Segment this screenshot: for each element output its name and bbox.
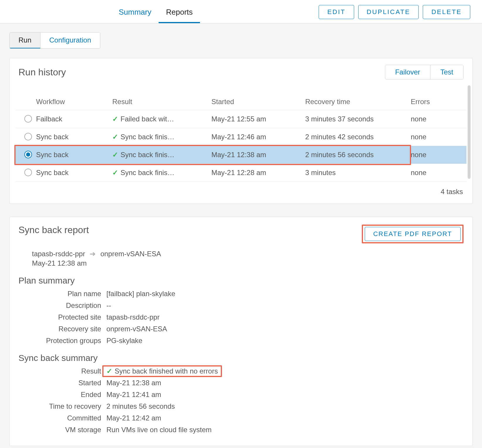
create-pdf-report-button[interactable]: CREATE PDF REPORT [365, 227, 461, 241]
col-started: Started [208, 94, 302, 110]
vm-storage-value: Run VMs live on cloud file system [106, 426, 464, 434]
scrollbar[interactable] [468, 85, 471, 179]
edit-button[interactable]: EDIT [319, 5, 354, 19]
result-value: Sync back finished with no errors [115, 367, 218, 375]
tasks-footer: 4 tasks [10, 182, 472, 203]
errors-cell: none [408, 110, 466, 128]
run-history-panel: Run history Failover Test Workflow Resul… [9, 58, 473, 204]
top-actions: EDIT DUPLICATE DELETE [319, 5, 470, 23]
result-cell: Sync back finis… [120, 169, 174, 177]
started-cell: May-21 12:38 am [208, 146, 302, 164]
subtab-run[interactable]: Run [10, 33, 40, 49]
protection-groups-label: Protection groups [18, 337, 106, 345]
recovery-cell: 3 minutes 37 seconds [302, 110, 408, 128]
plan-summary-title: Plan summary [18, 276, 464, 286]
errors-cell: none [408, 164, 466, 182]
report-timestamp: May-21 12:38 am [32, 259, 464, 267]
duplicate-button[interactable]: DUPLICATE [358, 5, 419, 19]
ttr-label: Time to recovery [18, 402, 106, 410]
run-history-table: Workflow Result Started Recovery time Er… [16, 94, 466, 182]
col-workflow: Workflow [16, 94, 109, 110]
report-source: tapasb-rsddc-ppr [32, 250, 85, 258]
report-title: Sync back report [18, 225, 89, 235]
recovery-site-value: onprem-vSAN-ESA [106, 325, 464, 333]
col-errors: Errors [408, 94, 466, 110]
radio-icon[interactable] [24, 133, 32, 140]
check-icon: ✓ [112, 151, 118, 159]
col-result: Result [109, 94, 208, 110]
table-row[interactable]: Sync back✓Sync back finis…May-21 12:38 a… [16, 146, 466, 164]
check-icon: ✓ [112, 115, 118, 123]
vm-storage-label: VM storage [18, 426, 106, 434]
check-icon: ✓ [112, 133, 118, 141]
report-panel: Sync back report CREATE PDF REPORT tapas… [9, 217, 473, 446]
run-history-title: Run history [18, 67, 66, 78]
plan-name-label: Plan name [18, 290, 106, 298]
ttr-value: 2 minutes 56 seconds [106, 402, 464, 410]
recovery-site-label: Recovery site [18, 325, 106, 333]
protection-groups-value: PG-skylake [106, 337, 464, 345]
result-cell: Failed back wit… [120, 115, 174, 123]
ended-label: Ended [18, 391, 106, 399]
started-value: May-21 12:38 am [106, 379, 464, 387]
segment-test[interactable]: Test [430, 65, 463, 79]
table-row[interactable]: Failback✓Failed back wit…May-21 12:55 am… [16, 110, 466, 128]
subtab-configuration[interactable]: Configuration [40, 33, 100, 48]
segment-failover[interactable]: Failover [385, 65, 430, 79]
check-icon: ✓ [106, 367, 112, 375]
delete-button[interactable]: DELETE [423, 5, 470, 19]
protected-site-value: tapasb-rsddc-ppr [106, 313, 464, 321]
table-row[interactable]: Sync back✓Sync back finis…May-21 12:46 a… [16, 128, 466, 146]
errors-cell: none [408, 128, 466, 146]
arrow-right-icon: ➔ [90, 250, 96, 258]
radio-icon[interactable] [24, 169, 32, 176]
protected-site-label: Protected site [18, 313, 106, 321]
result-cell: Sync back finis… [120, 151, 174, 159]
result-label: Result [18, 367, 106, 375]
ended-value: May-21 12:41 am [106, 391, 464, 399]
started-cell: May-21 12:28 am [208, 164, 302, 182]
description-value: -- [106, 301, 464, 310]
committed-label: Committed [18, 414, 106, 422]
plan-name-value: [failback] plan-skylake [106, 290, 464, 298]
workflow-cell: Sync back [36, 133, 69, 141]
description-label: Description [18, 301, 106, 310]
report-dest: onprem-vSAN-ESA [100, 250, 161, 258]
radio-icon[interactable] [24, 151, 32, 158]
sub-tabs: Run Configuration [9, 32, 100, 49]
recovery-cell: 2 minutes 42 seconds [302, 128, 408, 146]
tab-reports[interactable]: Reports [159, 8, 200, 23]
radio-icon[interactable] [24, 115, 32, 123]
started-label: Started [18, 379, 106, 387]
result-cell: Sync back finis… [120, 133, 174, 141]
tab-summary[interactable]: Summary [111, 8, 159, 23]
committed-value: May-21 12:42 am [106, 414, 464, 422]
recovery-cell: 2 minutes 56 seconds [302, 146, 408, 164]
workflow-cell: Sync back [36, 169, 69, 177]
workflow-cell: Failback [36, 115, 62, 123]
segmented-control: Failover Test [385, 65, 464, 79]
table-row[interactable]: Sync back✓Sync back finis…May-21 12:28 a… [16, 164, 466, 182]
recovery-cell: 3 minutes [302, 164, 408, 182]
topbar: Summary Reports EDIT DUPLICATE DELETE [0, 0, 482, 23]
workflow-cell: Sync back [36, 151, 69, 159]
sync-back-summary-title: Sync back summary [18, 353, 464, 363]
col-recovery: Recovery time [302, 94, 408, 110]
started-cell: May-21 12:55 am [208, 110, 302, 128]
check-icon: ✓ [112, 169, 118, 177]
errors-cell: none [408, 146, 466, 164]
started-cell: May-21 12:46 am [208, 128, 302, 146]
top-tabs: Summary Reports [111, 8, 200, 23]
